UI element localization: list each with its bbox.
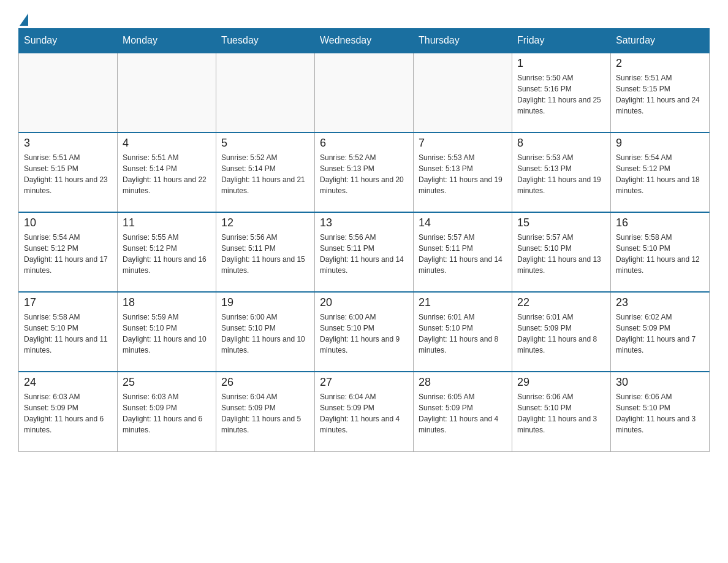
day-number: 30 <box>616 376 704 389</box>
day-info: Sunrise: 6:00 AMSunset: 5:10 PMDaylight:… <box>221 312 309 356</box>
day-info: Sunrise: 6:00 AMSunset: 5:10 PMDaylight:… <box>320 312 408 356</box>
calendar-cell-1-3: 6Sunrise: 5:52 AMSunset: 5:13 PMDaylight… <box>315 132 414 212</box>
calendar-cell-4-2: 26Sunrise: 6:04 AMSunset: 5:09 PMDayligh… <box>216 372 315 451</box>
day-info: Sunrise: 5:51 AMSunset: 5:15 PMDaylight:… <box>616 72 704 117</box>
calendar-cell-1-0: 3Sunrise: 5:51 AMSunset: 5:15 PMDaylight… <box>19 132 118 212</box>
day-info: Sunrise: 5:51 AMSunset: 5:15 PMDaylight:… <box>24 152 112 196</box>
header-saturday: Saturday <box>611 29 710 53</box>
calendar-cell-1-4: 7Sunrise: 5:53 AMSunset: 5:13 PMDaylight… <box>414 132 512 212</box>
day-info: Sunrise: 6:06 AMSunset: 5:10 PMDaylight:… <box>517 391 605 435</box>
day-number: 9 <box>616 137 704 150</box>
day-info: Sunrise: 6:05 AMSunset: 5:09 PMDaylight:… <box>419 391 507 435</box>
day-number: 17 <box>24 296 112 309</box>
day-number: 5 <box>221 137 309 150</box>
header-sunday: Sunday <box>19 29 118 53</box>
day-number: 18 <box>123 296 211 309</box>
calendar-cell-2-1: 11Sunrise: 5:55 AMSunset: 5:12 PMDayligh… <box>118 212 216 292</box>
logo-triangle-icon <box>20 13 28 26</box>
day-number: 3 <box>24 137 112 150</box>
day-info: Sunrise: 5:55 AMSunset: 5:12 PMDaylight:… <box>123 232 211 276</box>
day-number: 15 <box>517 216 605 229</box>
day-info: Sunrise: 6:06 AMSunset: 5:10 PMDaylight:… <box>616 391 704 435</box>
calendar-cell-3-4: 21Sunrise: 6:01 AMSunset: 5:10 PMDayligh… <box>414 292 512 372</box>
calendar-cell-3-6: 23Sunrise: 6:02 AMSunset: 5:09 PMDayligh… <box>611 292 710 372</box>
calendar-cell-0-0 <box>19 53 118 132</box>
calendar-cell-4-1: 25Sunrise: 6:03 AMSunset: 5:09 PMDayligh… <box>118 372 216 451</box>
day-info: Sunrise: 5:56 AMSunset: 5:11 PMDaylight:… <box>320 232 408 276</box>
calendar-cell-1-6: 9Sunrise: 5:54 AMSunset: 5:12 PMDaylight… <box>611 132 710 212</box>
day-number: 10 <box>24 216 112 229</box>
header-friday: Friday <box>512 29 611 53</box>
calendar-cell-3-1: 18Sunrise: 5:59 AMSunset: 5:10 PMDayligh… <box>118 292 216 372</box>
day-number: 26 <box>221 376 309 389</box>
header-thursday: Thursday <box>414 29 512 53</box>
logo <box>18 12 28 22</box>
calendar-cell-2-5: 15Sunrise: 5:57 AMSunset: 5:10 PMDayligh… <box>512 212 611 292</box>
calendar-cell-0-5: 1Sunrise: 5:50 AMSunset: 5:16 PMDaylight… <box>512 53 611 132</box>
calendar-cell-0-4 <box>414 53 512 132</box>
calendar-cell-4-4: 28Sunrise: 6:05 AMSunset: 5:09 PMDayligh… <box>414 372 512 451</box>
day-number: 16 <box>616 216 704 229</box>
week-row-1: 1Sunrise: 5:50 AMSunset: 5:16 PMDaylight… <box>19 53 710 132</box>
day-info: Sunrise: 5:53 AMSunset: 5:13 PMDaylight:… <box>517 152 605 196</box>
header-wednesday: Wednesday <box>315 29 414 53</box>
calendar-cell-0-6: 2Sunrise: 5:51 AMSunset: 5:15 PMDaylight… <box>611 53 710 132</box>
calendar-cell-1-1: 4Sunrise: 5:51 AMSunset: 5:14 PMDaylight… <box>118 132 216 212</box>
day-info: Sunrise: 5:56 AMSunset: 5:11 PMDaylight:… <box>221 232 309 276</box>
day-number: 20 <box>320 296 408 309</box>
calendar-cell-2-2: 12Sunrise: 5:56 AMSunset: 5:11 PMDayligh… <box>216 212 315 292</box>
day-info: Sunrise: 5:54 AMSunset: 5:12 PMDaylight:… <box>616 152 704 196</box>
day-info: Sunrise: 6:01 AMSunset: 5:10 PMDaylight:… <box>419 312 507 356</box>
day-info: Sunrise: 6:04 AMSunset: 5:09 PMDaylight:… <box>221 391 309 435</box>
day-number: 29 <box>517 376 605 389</box>
calendar-cell-3-2: 19Sunrise: 6:00 AMSunset: 5:10 PMDayligh… <box>216 292 315 372</box>
day-info: Sunrise: 5:57 AMSunset: 5:10 PMDaylight:… <box>517 232 605 276</box>
calendar-cell-1-2: 5Sunrise: 5:52 AMSunset: 5:14 PMDaylight… <box>216 132 315 212</box>
calendar-cell-0-1 <box>118 53 216 132</box>
day-number: 4 <box>123 137 211 150</box>
day-info: Sunrise: 5:58 AMSunset: 5:10 PMDaylight:… <box>24 312 112 356</box>
calendar-cell-2-6: 16Sunrise: 5:58 AMSunset: 5:10 PMDayligh… <box>611 212 710 292</box>
day-info: Sunrise: 5:59 AMSunset: 5:10 PMDaylight:… <box>123 312 211 356</box>
calendar-cell-4-6: 30Sunrise: 6:06 AMSunset: 5:10 PMDayligh… <box>611 372 710 451</box>
calendar-cell-0-2 <box>216 53 315 132</box>
week-row-3: 10Sunrise: 5:54 AMSunset: 5:12 PMDayligh… <box>19 212 710 292</box>
calendar-cell-3-0: 17Sunrise: 5:58 AMSunset: 5:10 PMDayligh… <box>19 292 118 372</box>
calendar-cell-3-5: 22Sunrise: 6:01 AMSunset: 5:09 PMDayligh… <box>512 292 611 372</box>
day-number: 11 <box>123 216 211 229</box>
day-info: Sunrise: 5:58 AMSunset: 5:10 PMDaylight:… <box>616 232 704 276</box>
day-info: Sunrise: 5:50 AMSunset: 5:16 PMDaylight:… <box>517 72 605 117</box>
day-number: 13 <box>320 216 408 229</box>
day-info: Sunrise: 6:04 AMSunset: 5:09 PMDaylight:… <box>320 391 408 435</box>
header-tuesday: Tuesday <box>216 29 315 53</box>
calendar-header-row: SundayMondayTuesdayWednesdayThursdayFrid… <box>19 29 710 53</box>
logo-top <box>18 12 28 25</box>
day-number: 7 <box>419 137 507 150</box>
calendar-cell-4-0: 24Sunrise: 6:03 AMSunset: 5:09 PMDayligh… <box>19 372 118 451</box>
header-monday: Monday <box>118 29 216 53</box>
calendar-cell-2-3: 13Sunrise: 5:56 AMSunset: 5:11 PMDayligh… <box>315 212 414 292</box>
calendar-cell-2-0: 10Sunrise: 5:54 AMSunset: 5:12 PMDayligh… <box>19 212 118 292</box>
calendar-cell-2-4: 14Sunrise: 5:57 AMSunset: 5:11 PMDayligh… <box>414 212 512 292</box>
day-number: 21 <box>419 296 507 309</box>
day-number: 22 <box>517 296 605 309</box>
day-info: Sunrise: 5:52 AMSunset: 5:13 PMDaylight:… <box>320 152 408 196</box>
day-number: 6 <box>320 137 408 150</box>
day-number: 14 <box>419 216 507 229</box>
calendar-cell-1-5: 8Sunrise: 5:53 AMSunset: 5:13 PMDaylight… <box>512 132 611 212</box>
calendar-table: SundayMondayTuesdayWednesdayThursdayFrid… <box>18 28 710 452</box>
week-row-2: 3Sunrise: 5:51 AMSunset: 5:15 PMDaylight… <box>19 132 710 212</box>
day-number: 28 <box>419 376 507 389</box>
day-info: Sunrise: 5:52 AMSunset: 5:14 PMDaylight:… <box>221 152 309 196</box>
day-info: Sunrise: 6:01 AMSunset: 5:09 PMDaylight:… <box>517 312 605 356</box>
day-number: 23 <box>616 296 704 309</box>
page-header <box>18 12 710 22</box>
calendar-cell-3-3: 20Sunrise: 6:00 AMSunset: 5:10 PMDayligh… <box>315 292 414 372</box>
day-number: 12 <box>221 216 309 229</box>
day-info: Sunrise: 5:51 AMSunset: 5:14 PMDaylight:… <box>123 152 211 196</box>
day-info: Sunrise: 6:03 AMSunset: 5:09 PMDaylight:… <box>24 391 112 435</box>
calendar-cell-4-5: 29Sunrise: 6:06 AMSunset: 5:10 PMDayligh… <box>512 372 611 451</box>
day-number: 1 <box>517 57 605 70</box>
day-info: Sunrise: 5:57 AMSunset: 5:11 PMDaylight:… <box>419 232 507 276</box>
day-info: Sunrise: 6:03 AMSunset: 5:09 PMDaylight:… <box>123 391 211 435</box>
